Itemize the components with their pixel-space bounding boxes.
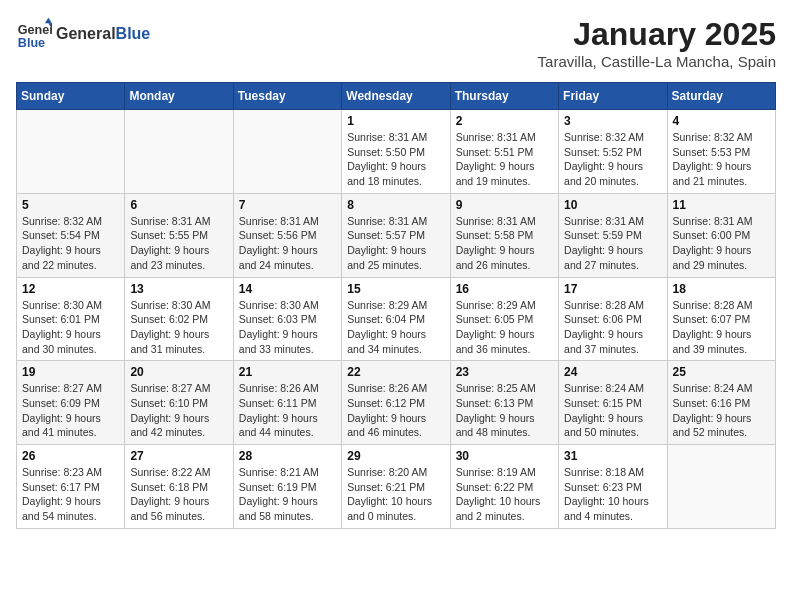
sunrise-text: Sunrise: 8:20 AM [347, 465, 444, 480]
day-cell: 3Sunrise: 8:32 AMSunset: 5:52 PMDaylight… [559, 110, 667, 194]
day-info: Sunrise: 8:31 AMSunset: 5:50 PMDaylight:… [347, 130, 444, 189]
day-number: 3 [564, 114, 661, 128]
daylight-text: Daylight: 9 hours and 31 minutes. [130, 327, 227, 356]
day-number: 29 [347, 449, 444, 463]
sunrise-text: Sunrise: 8:31 AM [673, 214, 770, 229]
daylight-text: Daylight: 9 hours and 58 minutes. [239, 494, 336, 523]
day-info: Sunrise: 8:31 AMSunset: 5:57 PMDaylight:… [347, 214, 444, 273]
week-row-1: 1Sunrise: 8:31 AMSunset: 5:50 PMDaylight… [17, 110, 776, 194]
day-number: 16 [456, 282, 553, 296]
sunset-text: Sunset: 6:02 PM [130, 312, 227, 327]
weekday-header-monday: Monday [125, 83, 233, 110]
sunset-text: Sunset: 5:54 PM [22, 228, 119, 243]
day-cell: 4Sunrise: 8:32 AMSunset: 5:53 PMDaylight… [667, 110, 775, 194]
sunrise-text: Sunrise: 8:31 AM [347, 130, 444, 145]
day-number: 12 [22, 282, 119, 296]
day-number: 7 [239, 198, 336, 212]
day-info: Sunrise: 8:18 AMSunset: 6:23 PMDaylight:… [564, 465, 661, 524]
daylight-text: Daylight: 9 hours and 20 minutes. [564, 159, 661, 188]
day-cell: 28Sunrise: 8:21 AMSunset: 6:19 PMDayligh… [233, 445, 341, 529]
sunset-text: Sunset: 5:59 PM [564, 228, 661, 243]
daylight-text: Daylight: 9 hours and 29 minutes. [673, 243, 770, 272]
sunset-text: Sunset: 6:03 PM [239, 312, 336, 327]
sunset-text: Sunset: 5:58 PM [456, 228, 553, 243]
logo: General Blue GeneralBlue [16, 16, 150, 52]
day-info: Sunrise: 8:29 AMSunset: 6:04 PMDaylight:… [347, 298, 444, 357]
sunrise-text: Sunrise: 8:26 AM [239, 381, 336, 396]
day-info: Sunrise: 8:32 AMSunset: 5:52 PMDaylight:… [564, 130, 661, 189]
week-row-4: 19Sunrise: 8:27 AMSunset: 6:09 PMDayligh… [17, 361, 776, 445]
calendar-table: SundayMondayTuesdayWednesdayThursdayFrid… [16, 82, 776, 529]
daylight-text: Daylight: 9 hours and 37 minutes. [564, 327, 661, 356]
sunrise-text: Sunrise: 8:30 AM [130, 298, 227, 313]
day-info: Sunrise: 8:20 AMSunset: 6:21 PMDaylight:… [347, 465, 444, 524]
day-cell: 13Sunrise: 8:30 AMSunset: 6:02 PMDayligh… [125, 277, 233, 361]
weekday-header-thursday: Thursday [450, 83, 558, 110]
title-block: January 2025 Taravilla, Castille-La Manc… [538, 16, 776, 70]
sunset-text: Sunset: 5:51 PM [456, 145, 553, 160]
sunset-text: Sunset: 5:57 PM [347, 228, 444, 243]
day-cell: 11Sunrise: 8:31 AMSunset: 6:00 PMDayligh… [667, 193, 775, 277]
svg-text:Blue: Blue [18, 36, 45, 50]
day-cell: 7Sunrise: 8:31 AMSunset: 5:56 PMDaylight… [233, 193, 341, 277]
sunrise-text: Sunrise: 8:32 AM [564, 130, 661, 145]
daylight-text: Daylight: 9 hours and 33 minutes. [239, 327, 336, 356]
day-info: Sunrise: 8:26 AMSunset: 6:11 PMDaylight:… [239, 381, 336, 440]
daylight-text: Daylight: 9 hours and 25 minutes. [347, 243, 444, 272]
day-cell: 9Sunrise: 8:31 AMSunset: 5:58 PMDaylight… [450, 193, 558, 277]
day-number: 14 [239, 282, 336, 296]
weekday-header-saturday: Saturday [667, 83, 775, 110]
sunset-text: Sunset: 6:23 PM [564, 480, 661, 495]
sunset-text: Sunset: 5:52 PM [564, 145, 661, 160]
day-cell [667, 445, 775, 529]
daylight-text: Daylight: 9 hours and 56 minutes. [130, 494, 227, 523]
sunrise-text: Sunrise: 8:31 AM [456, 214, 553, 229]
sunset-text: Sunset: 6:01 PM [22, 312, 119, 327]
day-number: 22 [347, 365, 444, 379]
day-info: Sunrise: 8:30 AMSunset: 6:01 PMDaylight:… [22, 298, 119, 357]
day-number: 30 [456, 449, 553, 463]
sunrise-text: Sunrise: 8:31 AM [347, 214, 444, 229]
daylight-text: Daylight: 9 hours and 48 minutes. [456, 411, 553, 440]
week-row-2: 5Sunrise: 8:32 AMSunset: 5:54 PMDaylight… [17, 193, 776, 277]
day-number: 15 [347, 282, 444, 296]
day-cell: 1Sunrise: 8:31 AMSunset: 5:50 PMDaylight… [342, 110, 450, 194]
daylight-text: Daylight: 9 hours and 19 minutes. [456, 159, 553, 188]
day-cell: 12Sunrise: 8:30 AMSunset: 6:01 PMDayligh… [17, 277, 125, 361]
sunrise-text: Sunrise: 8:28 AM [564, 298, 661, 313]
day-cell: 18Sunrise: 8:28 AMSunset: 6:07 PMDayligh… [667, 277, 775, 361]
daylight-text: Daylight: 10 hours and 0 minutes. [347, 494, 444, 523]
logo-general: General [56, 25, 116, 43]
day-cell: 21Sunrise: 8:26 AMSunset: 6:11 PMDayligh… [233, 361, 341, 445]
day-cell: 6Sunrise: 8:31 AMSunset: 5:55 PMDaylight… [125, 193, 233, 277]
sunset-text: Sunset: 6:18 PM [130, 480, 227, 495]
day-info: Sunrise: 8:22 AMSunset: 6:18 PMDaylight:… [130, 465, 227, 524]
sunset-text: Sunset: 6:04 PM [347, 312, 444, 327]
day-info: Sunrise: 8:31 AMSunset: 5:59 PMDaylight:… [564, 214, 661, 273]
day-number: 19 [22, 365, 119, 379]
sunset-text: Sunset: 6:07 PM [673, 312, 770, 327]
day-info: Sunrise: 8:32 AMSunset: 5:53 PMDaylight:… [673, 130, 770, 189]
svg-marker-2 [45, 18, 52, 23]
sunrise-text: Sunrise: 8:31 AM [130, 214, 227, 229]
day-number: 28 [239, 449, 336, 463]
sunset-text: Sunset: 6:10 PM [130, 396, 227, 411]
logo-blue: Blue [116, 25, 151, 43]
daylight-text: Daylight: 9 hours and 42 minutes. [130, 411, 227, 440]
day-cell: 5Sunrise: 8:32 AMSunset: 5:54 PMDaylight… [17, 193, 125, 277]
day-cell: 27Sunrise: 8:22 AMSunset: 6:18 PMDayligh… [125, 445, 233, 529]
daylight-text: Daylight: 9 hours and 46 minutes. [347, 411, 444, 440]
day-number: 23 [456, 365, 553, 379]
day-info: Sunrise: 8:28 AMSunset: 6:07 PMDaylight:… [673, 298, 770, 357]
sunrise-text: Sunrise: 8:19 AM [456, 465, 553, 480]
sunset-text: Sunset: 6:06 PM [564, 312, 661, 327]
sunrise-text: Sunrise: 8:30 AM [239, 298, 336, 313]
day-number: 6 [130, 198, 227, 212]
day-info: Sunrise: 8:24 AMSunset: 6:16 PMDaylight:… [673, 381, 770, 440]
day-info: Sunrise: 8:26 AMSunset: 6:12 PMDaylight:… [347, 381, 444, 440]
sunrise-text: Sunrise: 8:29 AM [456, 298, 553, 313]
sunrise-text: Sunrise: 8:24 AM [673, 381, 770, 396]
day-number: 27 [130, 449, 227, 463]
weekday-header-sunday: Sunday [17, 83, 125, 110]
day-cell: 29Sunrise: 8:20 AMSunset: 6:21 PMDayligh… [342, 445, 450, 529]
